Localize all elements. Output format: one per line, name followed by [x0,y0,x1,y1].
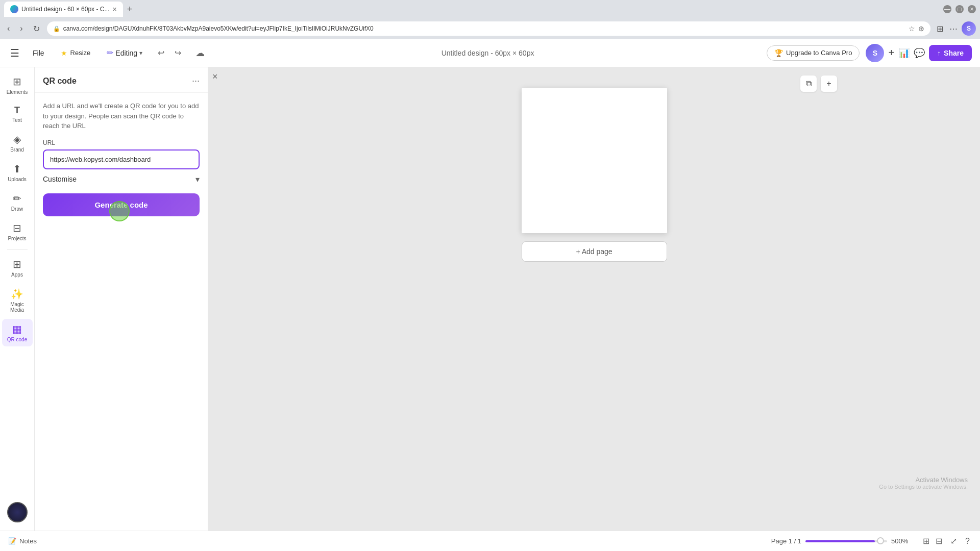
customise-row[interactable]: Customise ▾ [43,169,200,189]
share-btn[interactable]: ↑ Share [929,45,972,61]
comments-btn[interactable]: 💬 [914,47,925,59]
sidebar-item-apps[interactable]: ⊞ Apps [2,254,33,282]
left-sidebar: ⊞ Elements T Text ◈ Brand ⬆ Uploads ✏ Dr… [0,67,35,531]
editing-label: Editing [115,49,137,57]
panel-description: Add a URL and we'll create a QR code for… [43,101,200,131]
zoom-slider[interactable] [805,540,887,542]
panel-more-btn[interactable]: ··· [192,76,200,86]
cloud-save-btn[interactable]: ☁ [191,45,209,61]
page-info: Page 1 / 1 [771,537,801,545]
add-frame-btn[interactable]: + [821,76,837,92]
zoom-level: 500% [891,537,917,545]
address-actions: ☆ ⊕ [909,24,924,33]
address-bar-row: ‹ › ↻ 🔒 canva.com/design/DAGUXdnuhFK/8T0… [0,18,980,39]
notes-label: Notes [19,537,37,545]
panel-title: QR code [43,77,77,86]
grid-view-btn[interactable]: ⊞ [921,534,932,548]
sidebar-item-elements[interactable]: ⊞ Elements [2,71,33,99]
tab-favicon [10,5,18,13]
back-btn[interactable]: ‹ [4,22,13,35]
panel-header: QR code ··· [35,67,208,93]
resize-label: Resize [70,49,91,57]
design-title: Untitled design - 60px × 60px [442,49,534,57]
url-input[interactable] [43,149,200,169]
projects-icon: ⊟ [13,222,21,234]
editing-btn[interactable]: ✏ Editing ▾ [102,45,148,61]
sidebar-item-uploads[interactable]: ⬆ Uploads [2,159,33,186]
upgrade-btn[interactable]: 🏆 Upgrade to Canva Pro [767,45,860,61]
new-tab-btn[interactable]: + [125,2,135,17]
more-btn[interactable]: ⋯ [947,22,960,36]
activate-windows-title: Activate Windows [879,476,968,484]
redo-btn[interactable]: ↪ [170,46,185,60]
bottom-bar: 📝 Notes Page 1 / 1 500% ⊞ ⊟ ⤢ ? [0,531,980,551]
qr-code-icon: ▦ [12,323,22,335]
activate-windows-subtitle: Go to Settings to activate Windows. [879,484,968,490]
elements-icon: ⊞ [13,76,21,88]
add-page-btn[interactable]: + Add page [522,241,667,262]
address-bar[interactable]: 🔒 canva.com/design/DAGUXdnuhFK/8T03AkbvM… [47,21,930,36]
extensions-btn[interactable]: ⊞ [935,22,945,36]
magic-media-icon: ✨ [11,288,23,300]
extension-icon[interactable]: ⊕ [918,24,924,33]
generate-btn-wrapper: Generate code [43,189,200,216]
active-tab[interactable]: Untitled design - 60 × 60px - C... × [4,2,123,17]
sidebar-item-brand[interactable]: ◈ Brand [2,129,33,157]
panel-body: Add a URL and we'll create a QR code for… [35,93,208,531]
brand-icon: ◈ [13,133,21,145]
close-btn[interactable]: × [968,5,976,13]
notes-btn[interactable]: 📝 Notes [8,537,37,545]
draw-icon: ✏ [13,192,21,205]
pencil-icon: ✏ [107,48,113,58]
bottom-avatar-area [7,502,28,527]
share-icon: ↑ [937,49,941,57]
star-icon: ★ [61,49,67,57]
address-text: canva.com/design/DAGUXdnuhFK/8T03AkbvMzp… [63,25,905,32]
user-avatar[interactable]: S [866,44,884,62]
activate-windows-watermark: Activate Windows Go to Settings to activ… [879,476,968,490]
help-btn[interactable]: ? [963,535,972,548]
sidebar-divider [7,249,28,250]
fullscreen-btn[interactable]: ⤢ [948,534,959,548]
add-collaborator-btn[interactable]: + [888,47,894,59]
hamburger-menu-btn[interactable]: ☰ [8,45,21,61]
star-upgrade-icon: 🏆 [774,49,783,57]
customise-label: Customise [43,175,77,183]
close-panel-btn[interactable]: × [212,71,218,82]
copy-frame-btn[interactable]: ⧉ [800,76,817,92]
sidebar-item-projects[interactable]: ⊟ Projects [2,218,33,245]
file-menu-btn[interactable]: File [28,46,50,60]
share-section: S + 📊 💬 ↑ Share [866,44,972,62]
zoom-thumb[interactable] [877,537,884,544]
sidebar-item-text[interactable]: T Text [2,101,33,127]
tab-close-btn[interactable]: × [112,5,116,13]
page-canvas [522,88,667,233]
canvas-toolbar: ⧉ + [800,76,837,92]
resize-btn[interactable]: ★ Resize [56,46,96,60]
lock-icon: 🔒 [53,26,60,32]
star-icon[interactable]: ☆ [909,24,915,33]
zoom-fill [805,540,875,542]
analytics-btn[interactable]: 📊 [898,47,910,59]
tab-title: Untitled design - 60 × 60px - C... [21,6,109,13]
undo-btn[interactable]: ↩ [154,46,168,60]
sidebar-item-qr-code[interactable]: ▦ QR code [2,319,33,346]
browser-actions: ⊞ ⋯ S [935,21,976,36]
refresh-btn[interactable]: ↻ [30,22,43,36]
upgrade-label: Upgrade to Canva Pro [786,49,852,57]
uploads-icon: ⬆ [13,163,21,175]
chevron-down-icon: ▾ [195,174,200,184]
maximize-btn[interactable]: □ [955,5,964,13]
forward-btn[interactable]: › [17,22,26,35]
sidebar-item-magic-media[interactable]: ✨ Magic Media [2,284,33,317]
sidebar-item-draw[interactable]: ✏ Draw [2,188,33,216]
browser-profile[interactable]: S [962,21,976,36]
generate-code-btn[interactable]: Generate code [43,193,200,216]
canvas-area: × ⧉ + + Add page Activate Windows Go to … [208,67,980,531]
camera-avatar[interactable] [7,502,28,522]
minimize-btn[interactable]: — [943,5,951,13]
qr-code-panel: QR code ··· Add a URL and we'll create a… [35,67,208,531]
view-buttons: ⊞ ⊟ [921,534,944,548]
filmstrip-view-btn[interactable]: ⊟ [934,534,944,548]
undo-redo-group: ↩ ↪ [154,46,185,60]
